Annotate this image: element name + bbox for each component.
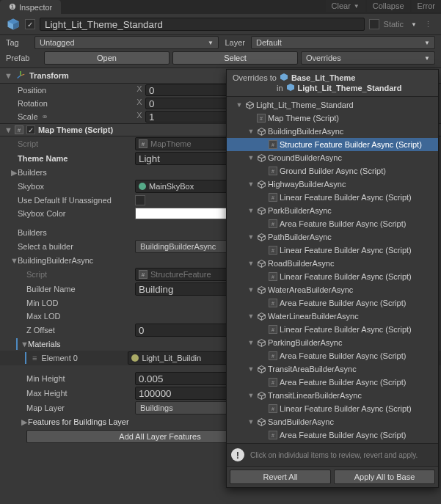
tree-label: BuildingBuilderAsync	[268, 127, 343, 136]
script-icon: #	[268, 166, 278, 176]
link-icon[interactable]: ⚭	[41, 112, 51, 122]
tree-row[interactable]: #Map Theme (Script)	[227, 112, 438, 125]
script-icon: #	[268, 219, 278, 229]
foldout-icon[interactable]: ▼	[247, 365, 255, 373]
script-label: Script	[18, 139, 135, 148]
use-default-checkbox[interactable]	[135, 195, 145, 205]
script-icon: #	[268, 377, 278, 387]
tree-label: RoadBuilderAsync	[268, 259, 335, 268]
script-icon: #	[268, 298, 278, 308]
tree-row[interactable]: ▼TransitLinearBuilderAsync	[227, 389, 438, 402]
gameobject-name[interactable]	[40, 18, 365, 31]
tree-row[interactable]: #Structure Feature Builder Async (Script…	[227, 138, 438, 151]
clear-btn[interactable]: Clear▼	[326, 0, 365, 12]
layer-label: Layer	[222, 38, 248, 47]
builders-label: Builders	[18, 228, 135, 237]
overrides-to-label: Overrides to	[233, 73, 277, 82]
header-menu-icon[interactable]: ⋮	[421, 20, 435, 29]
foldout-icon[interactable]: ▶	[10, 168, 18, 178]
tree-row[interactable]: #Ground Builder Async (Script)	[227, 164, 438, 178]
tree-label: Light_Lit_Theme_Standard	[256, 101, 354, 109]
revert-all-button[interactable]: Revert All	[230, 470, 331, 484]
tree-row[interactable]: ▼SandBuilderAsync	[227, 415, 438, 428]
tree-row[interactable]: ▼WaterAreaBuilderAsync	[227, 283, 438, 296]
tree-row[interactable]: ▼BuildingBuilderAsync	[227, 125, 438, 138]
foldout-icon[interactable]: ▼	[247, 180, 255, 188]
gameobject-icon	[256, 126, 266, 136]
foldout-icon[interactable]: ▼	[247, 233, 255, 241]
foldout-icon[interactable]: ▼	[247, 313, 255, 320]
apply-all-button[interactable]: Apply All to Base	[334, 470, 435, 484]
tree-row[interactable]: #Area Feature Builder Async (Script)	[227, 376, 438, 389]
foldout-icon[interactable]: ▼	[10, 256, 18, 265]
drag-handle-icon[interactable]: ≡	[32, 354, 37, 362]
tree-row[interactable]: ▼ParkBuilderAsync	[227, 204, 438, 217]
inspector-tab[interactable]: ❶ Inspector	[0, 0, 61, 14]
tag-dropdown[interactable]: Untagged▼	[34, 36, 219, 49]
foldout-icon[interactable]: ▼	[247, 260, 255, 267]
select-builder-label: Select a builder	[18, 242, 135, 251]
foldout-icon[interactable]: ▼	[247, 207, 255, 214]
foldout-icon[interactable]: ▼	[236, 101, 243, 109]
tree-row[interactable]: #Linear Feature Builder Async (Script)	[227, 323, 438, 336]
self-name: Light_Lit_Theme_Standard	[298, 84, 402, 92]
builders-label: Builders	[18, 168, 47, 177]
tree-row[interactable]: ▼WaterLinearBuilderAsync	[227, 310, 438, 323]
in-label: in	[277, 84, 283, 92]
tree-row[interactable]: #Area Feature Builder Async (Script)	[227, 217, 438, 230]
foldout-icon[interactable]: ▼	[247, 392, 255, 399]
static-dropdown-icon[interactable]: ▼	[411, 21, 417, 28]
layer-dropdown[interactable]: Default▼	[251, 36, 435, 49]
inspector-label: Inspector	[19, 3, 52, 12]
rotation-label: Rotation	[18, 99, 135, 108]
active-checkbox[interactable]: ✓	[25, 19, 35, 29]
foldout-icon[interactable]: ▼	[247, 286, 255, 293]
tree-label: GroundBuilderAsync	[268, 153, 342, 162]
script-icon: #	[268, 139, 278, 150]
tree-row[interactable]: #Area Feature Builder Async (Script)	[227, 349, 438, 362]
overrides-dropdown[interactable]: Overrides▼	[301, 51, 435, 65]
tree-label: TransitAreaBuilderAsync	[268, 365, 357, 373]
features-label: Features for Buildings Layer	[28, 417, 129, 426]
component-enabled[interactable]: ✓	[26, 125, 35, 134]
foldout-icon[interactable]: ▼	[247, 128, 255, 135]
tree-row[interactable]: ▼Light_Lit_Theme_Standard	[227, 98, 438, 112]
max-height-label: Max Height	[18, 389, 135, 398]
tree-label: Area Feature Builder Async (Script)	[280, 219, 406, 228]
base-name: Base_Lit_Theme	[291, 73, 355, 82]
collapse-btn[interactable]: Collapse	[367, 0, 410, 12]
foldout-icon[interactable]: ▼	[247, 418, 255, 426]
gameobject-icon	[256, 232, 266, 242]
tree-row[interactable]: ▼PathBuilderAsync	[227, 230, 438, 244]
tree-row[interactable]: #Linear Feature Builder Async (Script)	[227, 402, 438, 415]
foldout-icon[interactable]: ▶	[21, 417, 28, 427]
tree-row[interactable]: ▼TransitAreaBuilderAsync	[227, 362, 438, 376]
tree-row[interactable]: ▼ParkingBuilderAsync	[227, 336, 438, 349]
foldout-icon[interactable]: ▼	[21, 340, 28, 348]
gameobject-icon	[256, 311, 266, 321]
tag-label: Tag	[6, 38, 32, 47]
foldout-icon[interactable]: ▼	[247, 339, 255, 346]
min-height-label: Min Height	[18, 374, 135, 383]
element0-label: Element 0	[41, 354, 128, 362]
prefab-select-button[interactable]: Select	[172, 51, 298, 65]
error-btn[interactable]: Error	[412, 0, 441, 12]
tree-row[interactable]: #Linear Feature Builder Async (Script)	[227, 270, 438, 283]
tree-label: Area Feature Builder Async (Script)	[280, 431, 406, 439]
tree-label: Area Feature Builder Async (Script)	[280, 299, 406, 307]
tree-row[interactable]: #Linear Feature Builder Async (Script)	[227, 191, 438, 204]
static-checkbox[interactable]	[369, 19, 379, 29]
gameobject-icon	[256, 337, 266, 348]
foldout-icon[interactable]: ▼	[247, 154, 255, 161]
tree-row[interactable]: #Linear Feature Builder Async (Script)	[227, 244, 438, 257]
script-icon: #	[15, 125, 23, 134]
info-icon: !	[231, 448, 244, 461]
foldout-icon: ▼	[4, 125, 12, 134]
tree-row[interactable]: ▼HighwayBuilderAsync	[227, 178, 438, 191]
script-icon: #	[256, 113, 266, 123]
tree-row[interactable]: ▼GroundBuilderAsync	[227, 151, 438, 164]
tree-row[interactable]: ▼RoadBuilderAsync	[227, 257, 438, 270]
prefab-open-button[interactable]: Open	[44, 51, 170, 65]
tree-row[interactable]: #Area Feature Builder Async (Script)	[227, 428, 438, 442]
tree-row[interactable]: #Area Feature Builder Async (Script)	[227, 296, 438, 310]
